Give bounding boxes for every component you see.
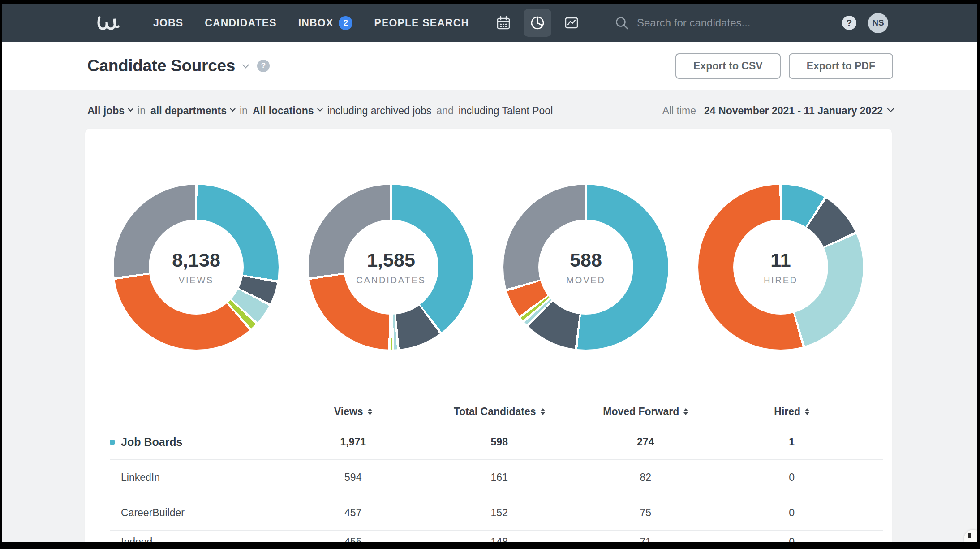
clipped-views: 455 [280,536,426,542]
views-label: VIEWS [179,275,214,285]
title-help-glyph: ? [261,61,266,70]
total-candidates-column-header[interactable]: Total Candidates [426,406,573,418]
donut-candidates-center: 1,585 CANDIDATES [344,220,438,315]
page-title: Candidate Sources [87,56,235,75]
sort-icon[interactable] [683,408,688,415]
inbox-badge: 2 [339,16,352,30]
nav-item-people-search-label: PEOPLE SEARCH [374,17,469,29]
job-boards-views: 1,971 [280,436,426,448]
pie-chart-icon-glyph [529,15,546,31]
nav-item-inbox-label: INBOX [298,17,334,29]
candidate-sources-card: 8,138 VIEWS 1,585 CANDIDATES 588 MOVED [85,129,892,542]
source-name: Indeed [121,536,152,542]
search-icon[interactable] [615,16,629,30]
nav-items: JOBS CANDIDATES INBOX 2 PEOPLE SEARCH [153,16,469,30]
cursor-artifact [964,530,977,542]
jobs-filter-chevron-icon [128,106,133,112]
hired-total: 11 [770,249,791,271]
export-pdf-button[interactable]: Export to PDF [789,53,893,79]
donut-hired: 11 HIRED [698,185,863,350]
pie-chart-icon[interactable] [524,9,551,37]
donut-hired-center: 11 HIRED [733,220,828,315]
job-boards-legend-swatch [110,440,115,445]
avatar[interactable]: NS [868,13,888,33]
careerbuilder-moved-forward: 75 [572,507,719,519]
table-row-clipped: Indeed 455 148 71 0 [85,531,892,542]
export-buttons: Export to CSV Export to PDF [675,53,893,79]
linkedin-total-candidates: 161 [426,471,573,484]
total-candidates-header-label: Total Candidates [454,406,536,418]
filter-separator: and [436,105,453,117]
careerbuilder-views: 457 [280,507,426,519]
hired-header-label: Hired [774,406,800,418]
title-dropdown-chevron-icon[interactable] [242,61,249,68]
moved-label: MOVED [566,275,605,285]
sort-icon[interactable] [805,408,809,415]
help-icon-glyph: ? [847,17,852,28]
locations-filter-label: All locations [253,105,314,117]
candidates-total: 1,585 [367,249,415,271]
table-row-careerbuilder: CareerBuilder 457 152 75 0 [85,495,892,530]
report-chart-icon-glyph [564,15,579,30]
date-range-area: All time 24 November 2021 - 11 January 2… [662,105,893,117]
nav-item-candidates[interactable]: CANDIDATES [205,17,277,29]
sort-icon[interactable] [541,408,545,415]
clipped-total-candidates: 148 [426,536,573,542]
filter-separator: in [240,105,248,117]
linkedin-moved-forward: 82 [572,471,719,484]
departments-filter-chevron-icon [230,106,236,112]
help-icon[interactable]: ? [842,16,856,30]
top-nav: JOBS CANDIDATES INBOX 2 PEOPLE SEARCH [2,4,977,42]
table-row-job-boards[interactable]: Job Boards 1,971 598 274 1 [85,424,892,459]
moved-forward-column-header[interactable]: Moved Forward [572,406,719,418]
nav-item-jobs[interactable]: JOBS [153,17,183,29]
filter-separator: in [138,105,146,117]
nav-item-people-search[interactable]: PEOPLE SEARCH [374,17,469,29]
calendar-icon[interactable] [490,9,517,37]
calendar-icon-glyph [496,15,511,30]
export-csv-button[interactable]: Export to CSV [675,53,781,79]
views-column-header[interactable]: Views [280,406,426,418]
jobs-filter[interactable]: All jobs [87,105,133,117]
careerbuilder-total-candidates: 152 [426,507,573,519]
title-help-icon[interactable]: ? [257,60,270,72]
linkedin-hired: 0 [719,471,865,484]
donut-moved-center: 588 MOVED [538,220,633,315]
sources-table: Views Total Candidates Moved Forward Hir… [85,399,892,542]
table-header-row: Views Total Candidates Moved Forward Hir… [85,399,892,424]
moved-forward-header-label: Moved Forward [603,406,679,418]
search-input[interactable] [637,17,785,29]
source-name: LinkedIn [121,471,160,484]
avatar-initials: NS [872,18,884,28]
departments-filter-label: all departments [150,105,227,117]
departments-filter[interactable]: all departments [150,105,235,117]
source-name: Job Boards [121,436,183,449]
date-range-value: 24 November 2021 - 11 January 2022 [704,105,883,117]
job-boards-total-candidates: 598 [426,436,573,448]
archived-jobs-link[interactable]: including archived jobs [327,105,432,117]
sort-icon[interactable] [368,408,372,415]
careerbuilder-hired: 0 [719,507,865,519]
nav-icon-group [490,9,585,37]
donut-views-center: 8,138 VIEWS [149,220,244,315]
candidates-label: CANDIDATES [356,275,426,285]
locations-filter[interactable]: All locations [253,105,322,117]
filter-bar: All jobs in all departments in All locat… [87,105,893,117]
report-chart-icon[interactable] [558,9,585,37]
date-range-picker[interactable]: 24 November 2021 - 11 January 2022 [704,105,893,117]
source-name: CareerBuilder [121,507,185,519]
period-label: All time [662,105,696,117]
job-boards-moved-forward: 274 [572,436,719,448]
donut-charts-row: 8,138 VIEWS 1,585 CANDIDATES 588 MOVED [85,129,892,350]
hired-column-header[interactable]: Hired [719,406,865,418]
views-total: 8,138 [172,249,220,271]
talent-pool-link[interactable]: including Talent Pool [459,105,553,117]
workable-logo[interactable] [97,14,120,32]
donut-candidates: 1,585 CANDIDATES [309,185,473,350]
nav-item-inbox[interactable]: INBOX 2 [298,16,353,30]
title-bar: Candidate Sources ? Export to CSV Export… [2,42,977,90]
donut-views: 8,138 VIEWS [114,185,279,350]
jobs-filter-label: All jobs [87,105,125,117]
date-range-chevron-icon [887,105,894,112]
table-row-linkedin: LinkedIn 594 161 82 0 [85,460,892,495]
